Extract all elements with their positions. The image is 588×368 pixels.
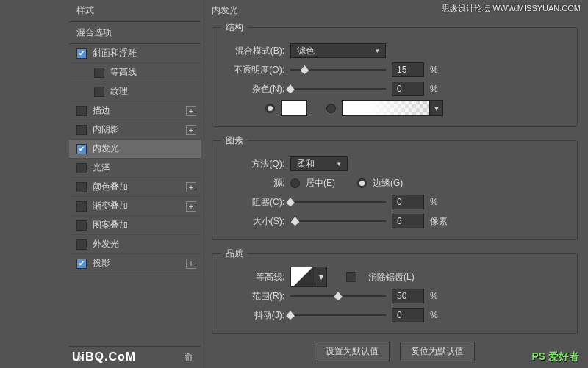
structure-group: 结构 混合模式(B): 滤色▾ 不透明度(O): 15 % 杂色(N): 0 % — [212, 21, 578, 127]
source-label: 源: — [221, 177, 284, 190]
list-label: 图案叠加 — [93, 219, 128, 231]
gradient-swatch[interactable] — [342, 100, 430, 116]
checkbox-icon[interactable] — [76, 220, 87, 231]
list-item-texture[interactable]: 纹理 — [69, 82, 201, 101]
add-icon[interactable]: + — [186, 106, 196, 116]
source-edge-radio[interactable] — [357, 178, 367, 188]
element-group: 图素 方法(Q): 柔和▾ 源: 居中(E) 边缘(G) 阻塞(C): 0 % … — [212, 134, 578, 240]
quality-legend: 品质 — [221, 248, 248, 260]
checkbox-icon[interactable] — [76, 144, 87, 154]
list-item-gradient-overlay[interactable]: 渐变叠加+ — [69, 197, 201, 216]
settings-panel: 内发光 结构 混合模式(B): 滤色▾ 不透明度(O): 15 % 杂色(N):… — [201, 0, 588, 368]
checkbox-icon[interactable] — [76, 125, 87, 135]
size-label: 大小(S): — [221, 215, 284, 228]
list-label: 纹理 — [110, 85, 128, 98]
reset-default-button[interactable]: 复位为默认值 — [400, 342, 475, 361]
checkbox-icon[interactable] — [76, 239, 87, 250]
watermark-bottom-right: PS 爱好者 — [531, 350, 579, 364]
color-radio[interactable] — [265, 104, 275, 113]
opacity-label: 不透明度(O): — [221, 64, 284, 76]
unit-label: % — [430, 310, 452, 320]
unit-label: % — [430, 84, 452, 94]
add-icon[interactable]: + — [186, 259, 196, 269]
choke-label: 阻塞(C): — [221, 196, 284, 209]
list-item-drop-shadow[interactable]: 投影+ — [69, 254, 201, 273]
blend-mode-label: 混合模式(B): — [221, 45, 284, 57]
checkbox-icon[interactable] — [76, 48, 87, 59]
styles-sidebar: 样式 混合选项 斜面和浮雕 等高线 纹理 描边+ 内阴影+ 内发光 光泽 颜色叠… — [69, 0, 201, 368]
list-item-outer-glow[interactable]: 外发光 — [69, 235, 201, 254]
checkbox-icon[interactable] — [94, 68, 104, 78]
unit-label: % — [430, 197, 452, 207]
noise-input[interactable]: 0 — [392, 82, 424, 96]
add-icon[interactable]: + — [186, 125, 196, 135]
jitter-label: 抖动(J): — [221, 309, 284, 322]
list-item-satin[interactable]: 光泽 — [69, 159, 201, 178]
list-label: 等高线 — [110, 66, 137, 79]
quality-group: 品质 等高线: ▾ 消除锯齿(L) 范围(R): 50 % 抖动(J): — [212, 248, 578, 334]
edge-label: 边缘(G) — [373, 177, 403, 190]
add-icon[interactable]: + — [186, 201, 196, 212]
checkbox-icon[interactable] — [94, 87, 104, 97]
list-item-inner-glow[interactable]: 内发光 — [69, 140, 201, 159]
checkbox-icon[interactable] — [76, 259, 87, 269]
choke-input[interactable]: 0 — [392, 195, 424, 209]
opacity-slider[interactable] — [290, 64, 386, 76]
list-label: 光泽 — [93, 162, 110, 174]
list-label: 投影 — [93, 257, 110, 270]
unit-label: % — [430, 291, 452, 301]
list-item-bevel[interactable]: 斜面和浮雕 — [69, 44, 201, 63]
list-item-pattern-overlay[interactable]: 图案叠加 — [69, 216, 201, 235]
chevron-down-icon: ▾ — [376, 47, 379, 54]
list-item-contour[interactable]: 等高线 — [69, 63, 201, 82]
list-label: 斜面和浮雕 — [93, 47, 137, 59]
jitter-slider[interactable] — [290, 309, 386, 321]
unit-label: % — [430, 65, 452, 75]
opacity-input[interactable]: 15 — [392, 62, 424, 77]
watermark-top: 思缘设计论坛 WWW.MISSYUAN.COM — [442, 3, 581, 14]
center-label: 居中(E) — [306, 177, 335, 190]
checkbox-icon[interactable] — [76, 182, 87, 192]
gradient-radio[interactable] — [326, 104, 336, 113]
chevron-down-icon: ▾ — [337, 160, 341, 167]
blend-mode-select[interactable]: 滤色▾ — [290, 43, 386, 58]
list-label: 渐变叠加 — [93, 200, 128, 212]
range-slider[interactable] — [290, 290, 386, 302]
blend-options-header[interactable]: 混合选项 — [69, 22, 201, 44]
checkbox-icon[interactable] — [76, 163, 87, 173]
noise-label: 杂色(N): — [221, 83, 284, 95]
chevron-down-icon[interactable]: ▾ — [315, 267, 327, 287]
list-label: 描边 — [93, 104, 110, 117]
trash-icon[interactable]: 🗑 — [184, 352, 193, 363]
antialias-checkbox[interactable] — [346, 272, 356, 282]
effects-list: 斜面和浮雕 等高线 纹理 描边+ 内阴影+ 内发光 光泽 颜色叠加+ 渐变叠加+… — [69, 44, 201, 346]
size-slider[interactable] — [290, 215, 386, 227]
checkbox-icon[interactable] — [76, 201, 87, 212]
styles-header: 样式 — [69, 0, 201, 22]
size-input[interactable]: 6 — [392, 214, 424, 228]
contour-picker[interactable] — [290, 267, 315, 287]
list-item-color-overlay[interactable]: 颜色叠加+ — [69, 178, 201, 197]
list-item-stroke[interactable]: 描边+ — [69, 101, 201, 120]
chevron-down-icon[interactable]: ▾ — [430, 100, 443, 116]
unit-label: 像素 — [430, 215, 452, 228]
noise-slider[interactable] — [290, 83, 386, 95]
contour-label: 等高线: — [221, 271, 284, 284]
method-label: 方法(Q): — [221, 158, 284, 170]
element-legend: 图素 — [221, 134, 248, 147]
checkbox-icon[interactable] — [76, 106, 87, 116]
choke-slider[interactable] — [290, 196, 386, 208]
range-input[interactable]: 50 — [392, 289, 424, 303]
list-label: 内发光 — [93, 142, 119, 155]
source-center-radio[interactable] — [290, 178, 300, 188]
list-label: 外发光 — [93, 238, 119, 250]
add-icon[interactable]: + — [186, 182, 196, 192]
color-swatch[interactable] — [281, 100, 307, 116]
list-label: 内阴影 — [93, 123, 119, 136]
method-select[interactable]: 柔和▾ — [290, 156, 348, 171]
watermark-bottom-left: UiBQ.CoM — [72, 350, 136, 364]
antialias-label: 消除锯齿(L) — [368, 271, 415, 284]
set-default-button[interactable]: 设置为默认值 — [315, 342, 390, 361]
jitter-input[interactable]: 0 — [392, 308, 424, 322]
list-item-inner-shadow[interactable]: 内阴影+ — [69, 120, 201, 140]
